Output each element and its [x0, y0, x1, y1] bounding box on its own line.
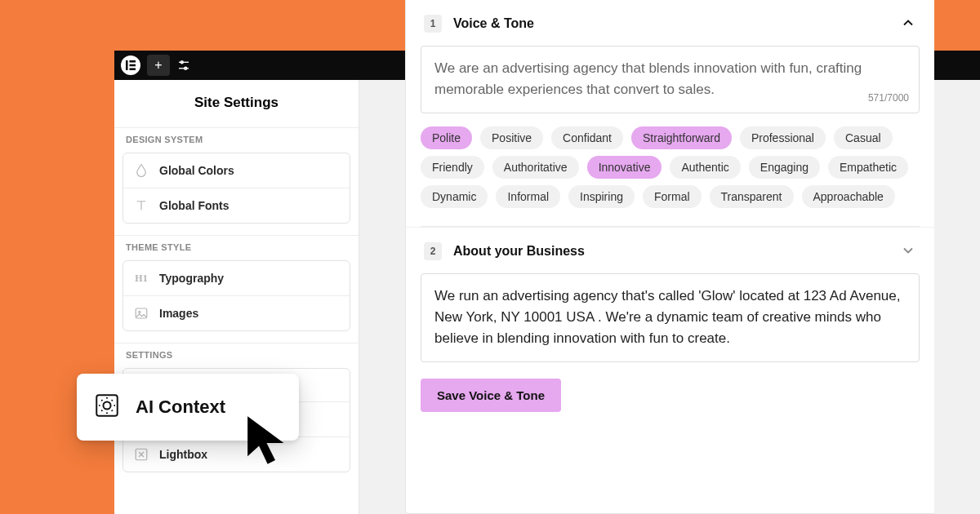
- heading-icon: H1: [133, 270, 149, 286]
- add-element-button[interactable]: +: [147, 55, 170, 76]
- tone-tag[interactable]: Professional: [740, 126, 826, 149]
- section-label-settings: SETTINGS: [114, 343, 359, 366]
- save-button-label: Save Voice & Tone: [437, 388, 545, 402]
- tone-tag[interactable]: Polite: [421, 126, 472, 149]
- elementor-logo[interactable]: [121, 55, 140, 75]
- sliders-icon: [176, 58, 191, 73]
- tone-tag[interactable]: Innovative: [587, 156, 662, 179]
- save-voice-tone-button[interactable]: Save Voice & Tone: [421, 379, 561, 412]
- tone-tag[interactable]: Empathetic: [828, 156, 908, 179]
- elementor-logo-icon: [126, 60, 136, 70]
- sidebar-title: Site Settings: [114, 80, 359, 127]
- sidebar-item-label: Lightbox: [159, 448, 207, 461]
- tone-tag[interactable]: Inspiring: [568, 185, 635, 208]
- char-count: 571/7000: [868, 91, 909, 106]
- tone-tag[interactable]: Informal: [496, 185, 560, 208]
- typography-icon: [133, 197, 149, 214]
- tone-tag[interactable]: Approachable: [802, 185, 895, 208]
- voice-tone-header[interactable]: 1 Voice & Tone: [406, 0, 934, 46]
- svg-rect-2: [130, 64, 136, 67]
- tone-tag[interactable]: Friendly: [421, 156, 484, 179]
- tone-tag[interactable]: Transparent: [710, 185, 794, 208]
- plus-icon: +: [154, 58, 162, 73]
- tone-tag[interactable]: Formal: [643, 185, 702, 208]
- sidebar-item-lightbox[interactable]: Lightbox: [123, 436, 350, 472]
- about-business-value: We run an advertising agency that's call…: [434, 288, 900, 347]
- tone-tag[interactable]: Authentic: [670, 156, 740, 179]
- sidebar-item-images[interactable]: Images: [123, 295, 350, 330]
- lightbox-icon: [133, 446, 149, 463]
- about-business-title: About your Business: [453, 244, 585, 259]
- sidebar-item-label: Typography: [159, 272, 224, 285]
- svg-rect-0: [126, 60, 128, 70]
- tone-tag[interactable]: Engaging: [749, 156, 820, 179]
- chevron-up-icon: [900, 15, 916, 34]
- svg-rect-3: [130, 69, 136, 71]
- tone-tag[interactable]: Authoritative: [492, 156, 579, 179]
- svg-point-9: [139, 311, 140, 312]
- theme-style-group: H1 Typography Images: [122, 260, 350, 331]
- site-settings-sidebar: Site Settings DESIGN SYSTEM Global Color…: [114, 80, 359, 514]
- ai-context-label: AI Context: [136, 397, 225, 418]
- cursor-icon: [245, 414, 294, 475]
- ai-context-panel: 1 Voice & Tone We are an advertising age…: [405, 0, 934, 514]
- tone-tag[interactable]: Confidant: [551, 126, 623, 149]
- chevron-down-icon: [900, 242, 916, 262]
- sidebar-item-label: Global Colors: [159, 164, 234, 177]
- tone-tag[interactable]: Dynamic: [421, 185, 488, 208]
- droplet-icon: [133, 162, 149, 179]
- step-badge: 1: [424, 15, 442, 33]
- section-label-theme-style: THEME STYLE: [114, 235, 359, 259]
- voice-tone-title: Voice & Tone: [453, 16, 534, 31]
- svg-rect-1: [130, 60, 136, 63]
- about-business-header[interactable]: 2 About your Business: [406, 227, 934, 273]
- sidebar-item-typography[interactable]: H1 Typography: [123, 261, 350, 295]
- voice-tone-textarea[interactable]: We are an advertising agency that blends…: [421, 46, 920, 113]
- tone-tag[interactable]: Straightforward: [631, 126, 732, 149]
- svg-rect-8: [136, 308, 147, 318]
- svg-point-16: [103, 401, 110, 409]
- section-label-design-system: DESIGN SYSTEM: [114, 127, 359, 151]
- settings-toggle-button[interactable]: [176, 58, 191, 73]
- step-badge: 2: [424, 242, 442, 260]
- tone-tags: PolitePositiveConfidantStraightforwardPr…: [406, 126, 934, 226]
- design-system-group: Global Colors Global Fonts: [122, 153, 350, 224]
- sidebar-item-global-fonts[interactable]: Global Fonts: [123, 188, 350, 223]
- tone-tag[interactable]: Positive: [480, 126, 543, 149]
- voice-tone-textarea-value: We are an advertising agency that blends…: [434, 60, 862, 97]
- about-business-textarea[interactable]: We run an advertising agency that's call…: [421, 273, 920, 362]
- tone-tag[interactable]: Casual: [834, 126, 893, 149]
- ai-gear-icon: [93, 392, 121, 423]
- sidebar-item-global-colors[interactable]: Global Colors: [123, 153, 350, 188]
- sidebar-item-label: Global Fonts: [159, 199, 229, 212]
- image-icon: [133, 305, 149, 321]
- sidebar-item-label: Images: [159, 307, 198, 320]
